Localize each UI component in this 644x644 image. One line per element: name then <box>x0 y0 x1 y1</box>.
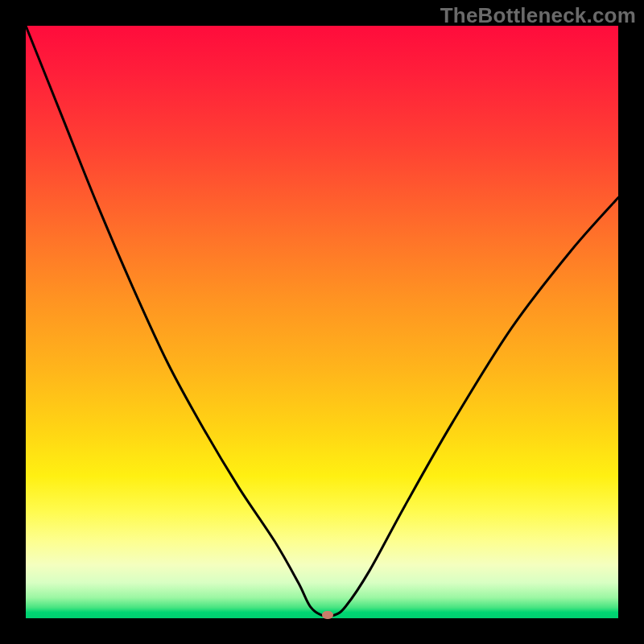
plot-area <box>26 26 618 618</box>
watermark-text: TheBottleneck.com <box>440 3 636 28</box>
optimum-marker <box>322 611 333 619</box>
chart-frame: TheBottleneck.com <box>0 0 644 644</box>
bottleneck-curve-path <box>26 26 618 617</box>
curve-svg <box>26 26 618 618</box>
